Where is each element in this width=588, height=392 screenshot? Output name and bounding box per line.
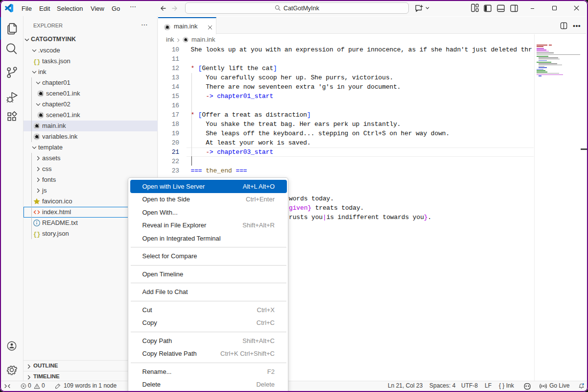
svg-text:{}: {} bbox=[33, 231, 40, 238]
svg-text:{}: {} bbox=[33, 59, 40, 66]
